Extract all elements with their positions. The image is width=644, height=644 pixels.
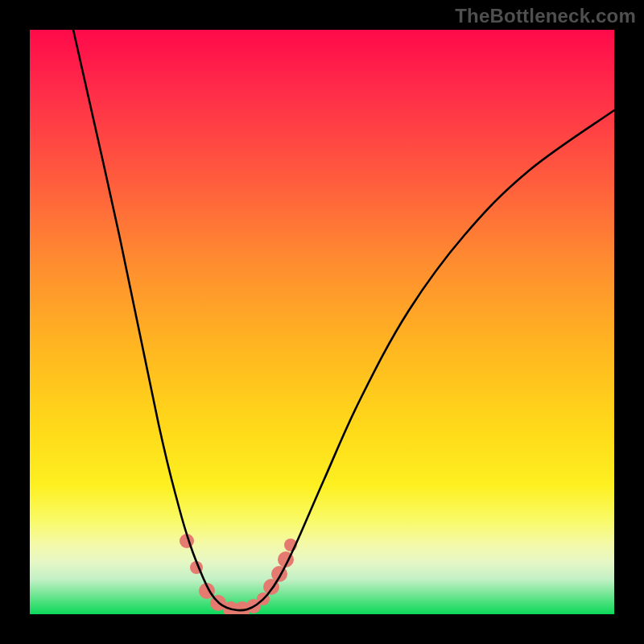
chart-svg (30, 30, 614, 614)
curve-markers-group (180, 534, 297, 614)
bottleneck-curve (73, 30, 614, 610)
watermark-text: TheBottleneck.com (455, 5, 636, 27)
chart-frame (30, 30, 614, 614)
